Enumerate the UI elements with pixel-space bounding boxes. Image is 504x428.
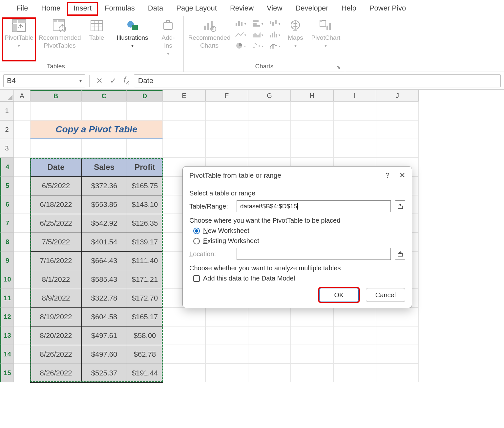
name-box[interactable]: B4 ▾ xyxy=(3,74,85,87)
tab-data[interactable]: Data xyxy=(141,2,170,16)
cell[interactable] xyxy=(248,101,291,120)
cell[interactable] xyxy=(248,139,291,158)
fx-button[interactable]: fx xyxy=(121,75,132,86)
table-cell[interactable]: $525.37 xyxy=(82,364,127,383)
tab-file[interactable]: File xyxy=(10,2,34,16)
cell[interactable] xyxy=(14,176,30,195)
row-header[interactable]: 2 xyxy=(0,120,14,139)
table-cell[interactable]: 7/5/2022 xyxy=(31,233,82,252)
row-header[interactable]: 1 xyxy=(0,101,14,120)
table-cell[interactable]: 8/26/2022 xyxy=(31,345,82,364)
enter-formula-button[interactable]: ✓ xyxy=(107,76,119,85)
column-header[interactable]: F xyxy=(205,90,248,101)
cell[interactable] xyxy=(333,364,376,382)
table-cell[interactable]: $497.60 xyxy=(82,345,127,364)
cell[interactable] xyxy=(30,101,81,120)
cell[interactable] xyxy=(163,326,205,345)
cell[interactable] xyxy=(291,326,333,345)
pie-chart-button[interactable] xyxy=(235,41,246,50)
cell[interactable] xyxy=(14,233,30,251)
maps-button[interactable]: Maps xyxy=(282,17,308,61)
cell[interactable] xyxy=(14,120,30,139)
formula-input[interactable]: Date xyxy=(134,74,501,87)
location-input[interactable] xyxy=(237,248,391,260)
cell[interactable] xyxy=(333,120,376,139)
row-header[interactable]: 9 xyxy=(0,251,14,270)
histogram-button[interactable] xyxy=(269,30,280,39)
table-cell[interactable]: $401.54 xyxy=(82,233,127,252)
column-header[interactable]: C xyxy=(81,90,127,101)
table-cell[interactable]: 8/20/2022 xyxy=(31,327,82,345)
table-cell[interactable]: $165.17 xyxy=(127,308,163,327)
cell[interactable] xyxy=(163,139,205,158)
table-header[interactable]: Profit xyxy=(127,158,163,177)
scatter-chart-button[interactable] xyxy=(252,41,263,50)
cell[interactable] xyxy=(205,101,248,120)
table-cell[interactable]: $165.75 xyxy=(127,177,163,195)
table-cell[interactable]: $542.92 xyxy=(82,214,127,233)
range-picker-button[interactable] xyxy=(395,200,405,212)
table-cell[interactable]: 6/18/2022 xyxy=(31,195,82,214)
row-header[interactable]: 12 xyxy=(0,307,14,326)
area-chart-button[interactable] xyxy=(252,30,263,39)
tab-help[interactable]: Help xyxy=(335,2,363,16)
cell[interactable] xyxy=(376,120,419,139)
row-header[interactable]: 5 xyxy=(0,176,14,195)
close-button[interactable]: ✕ xyxy=(399,171,405,180)
column-chart-button[interactable] xyxy=(235,19,246,28)
cell[interactable] xyxy=(30,139,81,158)
radio-existing-worksheet[interactable]: Existing Worksheet xyxy=(193,237,405,245)
table-cell[interactable]: $139.17 xyxy=(127,233,163,252)
table-cell[interactable]: $111.40 xyxy=(127,252,163,270)
tab-formulas[interactable]: Formulas xyxy=(98,2,141,16)
column-header[interactable]: E xyxy=(163,90,205,101)
cell[interactable] xyxy=(333,101,376,120)
cancel-button[interactable]: Cancel xyxy=(366,288,405,302)
cell[interactable] xyxy=(291,101,333,120)
cell[interactable] xyxy=(333,139,376,158)
table-cell[interactable]: 6/25/2022 xyxy=(31,214,82,233)
column-header[interactable]: B xyxy=(30,90,81,101)
table-cell[interactable]: $372.36 xyxy=(82,177,127,195)
cell[interactable] xyxy=(205,139,248,158)
pivot-chart-button[interactable]: PivotChart xyxy=(308,17,343,61)
radio-new-worksheet[interactable]: New Worksheet xyxy=(193,227,405,235)
cell[interactable] xyxy=(163,307,205,326)
table-cell[interactable]: 7/16/2022 xyxy=(31,252,82,270)
cell[interactable] xyxy=(376,345,419,364)
table-cell[interactable]: $143.10 xyxy=(127,195,163,214)
title-cell[interactable]: Copy a Pivot Table xyxy=(30,120,163,139)
table-cell[interactable]: $585.43 xyxy=(82,270,127,289)
table-range-input[interactable]: dataset!$B$4:$D$15 xyxy=(237,200,391,212)
tab-power-pivot[interactable]: Power Pivo xyxy=(363,2,412,16)
row-header[interactable]: 4 xyxy=(0,158,14,176)
checkbox-data-model[interactable]: Add this data to the Data Model xyxy=(193,275,405,282)
cell[interactable] xyxy=(291,364,333,382)
table-cell[interactable]: $553.85 xyxy=(82,195,127,214)
cancel-formula-button[interactable]: ✕ xyxy=(94,76,105,85)
cell[interactable] xyxy=(248,345,291,364)
location-picker-button[interactable] xyxy=(395,248,405,260)
cell[interactable] xyxy=(376,364,419,382)
table-cell[interactable]: $322.78 xyxy=(82,289,127,308)
cell[interactable] xyxy=(291,120,333,139)
table-header[interactable]: Sales xyxy=(82,158,127,177)
row-header[interactable]: 15 xyxy=(0,364,14,382)
cell[interactable] xyxy=(205,345,248,364)
cell[interactable] xyxy=(163,345,205,364)
cell[interactable] xyxy=(205,307,248,326)
column-header[interactable]: J xyxy=(376,90,419,101)
select-all-button[interactable] xyxy=(0,90,14,101)
addins-button[interactable]: Add- ins xyxy=(155,17,181,61)
table-cell[interactable]: $171.21 xyxy=(127,270,163,289)
chevron-down-icon[interactable]: ▾ xyxy=(79,78,82,83)
cell[interactable] xyxy=(127,139,163,158)
table-cell[interactable]: $191.44 xyxy=(127,364,163,383)
waterfall-chart-button[interactable] xyxy=(269,19,280,28)
cell[interactable] xyxy=(14,195,30,214)
pivot-table-button[interactable]: PivotTable xyxy=(2,17,36,61)
tab-developer[interactable]: Developer xyxy=(289,2,335,16)
cell[interactable] xyxy=(14,158,30,176)
cell[interactable] xyxy=(376,326,419,345)
row-header[interactable]: 6 xyxy=(0,195,14,214)
